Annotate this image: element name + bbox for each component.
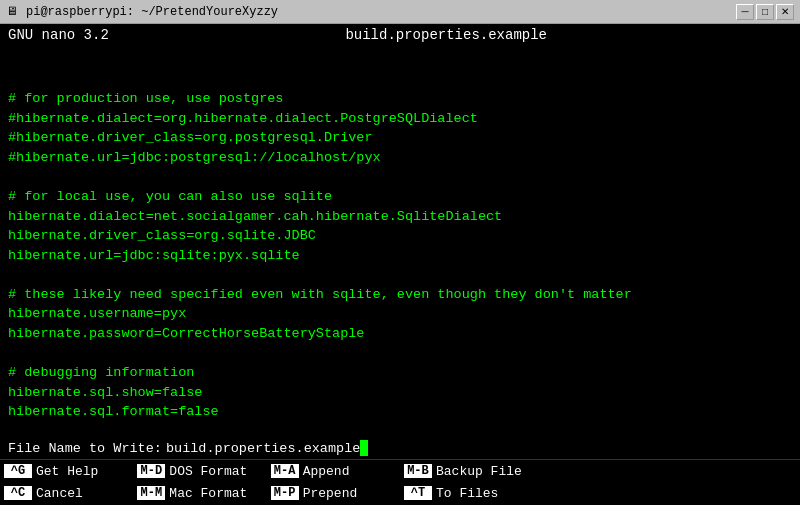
- key-m-p: M-P: [271, 486, 299, 500]
- line-19: hibernate.sql.format=false: [8, 404, 219, 419]
- label-mac-format: Mac Format: [169, 486, 247, 501]
- line-14: hibernate.username=pyx: [8, 306, 186, 321]
- filename-cursor: [360, 440, 368, 456]
- line-1: [8, 72, 16, 87]
- terminal-icon: 🖥: [6, 4, 18, 19]
- shortcut-get-help[interactable]: ^G Get Help: [0, 460, 133, 482]
- shortcut-bar: ^G Get Help ^C Cancel M-D DOS Format: [0, 459, 800, 505]
- shortcut-cancel[interactable]: ^C Cancel: [0, 482, 133, 504]
- label-backup-file: Backup File: [436, 464, 522, 479]
- window: 🖥 pi@raspberrypi: ~/PretendYoureXyzzy ─ …: [0, 0, 800, 505]
- key-ctrl-g: ^G: [4, 464, 32, 478]
- filename-label: File Name to Write:: [8, 441, 162, 456]
- line-3: # for production use, use postgres: [8, 91, 283, 106]
- label-get-help: Get Help: [36, 464, 98, 479]
- nano-filename: build.properties.example: [345, 27, 547, 43]
- key-m-d: M-D: [137, 464, 165, 478]
- title-bar: 🖥 pi@raspberrypi: ~/PretendYoureXyzzy ─ …: [0, 0, 800, 24]
- key-m-m: M-M: [137, 486, 165, 500]
- label-cancel: Cancel: [36, 486, 83, 501]
- terminal-main: GNU nano 3.2 build.properties.example # …: [0, 24, 800, 505]
- label-prepend: Prepend: [303, 486, 358, 501]
- line-4: #hibernate.dialect=org.hibernate.dialect…: [8, 111, 478, 126]
- line-8: # for local use, you can also use sqlite: [8, 189, 332, 204]
- label-dos-format: DOS Format: [169, 464, 247, 479]
- shortcut-col-2: M-D DOS Format M-M Mac Format: [133, 460, 266, 505]
- filename-bar: File Name to Write: build.properties.exa…: [0, 437, 800, 459]
- key-ctrl-c: ^C: [4, 486, 32, 500]
- key-m-a: M-A: [271, 464, 299, 478]
- nano-header-right: [784, 27, 792, 43]
- maximize-button[interactable]: □: [756, 4, 774, 20]
- nano-version: GNU nano 3.2: [8, 27, 109, 43]
- shortcut-mac-format[interactable]: M-M Mac Format: [133, 482, 266, 504]
- title-bar-left: 🖥 pi@raspberrypi: ~/PretendYoureXyzzy: [6, 4, 278, 19]
- shortcut-append[interactable]: M-A Append: [267, 460, 400, 482]
- window-controls: ─ □ ✕: [736, 4, 794, 20]
- line-11: hibernate.url=jdbc:sqlite:pyx.sqlite: [8, 248, 300, 263]
- shortcut-col-5: [533, 460, 666, 505]
- shortcut-col-4: M-B Backup File ^T To Files: [400, 460, 533, 505]
- line-5: #hibernate.driver_class=org.postgresql.D…: [8, 130, 373, 145]
- line-16: [8, 345, 16, 360]
- shortcut-col-6: [667, 460, 800, 505]
- terminal-wrapper: GNU nano 3.2 build.properties.example # …: [0, 24, 800, 505]
- shortcut-dos-format[interactable]: M-D DOS Format: [133, 460, 266, 482]
- line-12: [8, 267, 16, 282]
- line-15: hibernate.password=CorrectHorseBatterySt…: [8, 326, 364, 341]
- line-6: #hibernate.url=jdbc:postgresql://localho…: [8, 150, 381, 165]
- shortcut-prepend[interactable]: M-P Prepend: [267, 482, 400, 504]
- terminal: GNU nano 3.2 build.properties.example # …: [0, 24, 800, 505]
- editor-content[interactable]: # for production use, use postgres #hibe…: [0, 46, 800, 437]
- shortcut-to-files[interactable]: ^T To Files: [400, 482, 533, 504]
- close-button[interactable]: ✕: [776, 4, 794, 20]
- nano-header: GNU nano 3.2 build.properties.example: [0, 24, 800, 46]
- shortcut-col-1: ^G Get Help ^C Cancel: [0, 460, 133, 505]
- line-17: # debugging information: [8, 365, 194, 380]
- filename-value: build.properties.example: [166, 441, 360, 456]
- title-bar-text: pi@raspberrypi: ~/PretendYoureXyzzy: [26, 5, 278, 19]
- minimize-button[interactable]: ─: [736, 4, 754, 20]
- line-9: hibernate.dialect=net.socialgamer.cah.hi…: [8, 209, 502, 224]
- shortcut-col-3: M-A Append M-P Prepend: [267, 460, 400, 505]
- line-10: hibernate.driver_class=org.sqlite.JDBC: [8, 228, 316, 243]
- label-append: Append: [303, 464, 350, 479]
- line-7: [8, 169, 16, 184]
- key-m-b: M-B: [404, 464, 432, 478]
- line-18: hibernate.sql.show=false: [8, 385, 202, 400]
- label-to-files: To Files: [436, 486, 498, 501]
- line-13: # these likely need specified even with …: [8, 287, 632, 302]
- key-ctrl-t: ^T: [404, 486, 432, 500]
- shortcut-backup-file[interactable]: M-B Backup File: [400, 460, 533, 482]
